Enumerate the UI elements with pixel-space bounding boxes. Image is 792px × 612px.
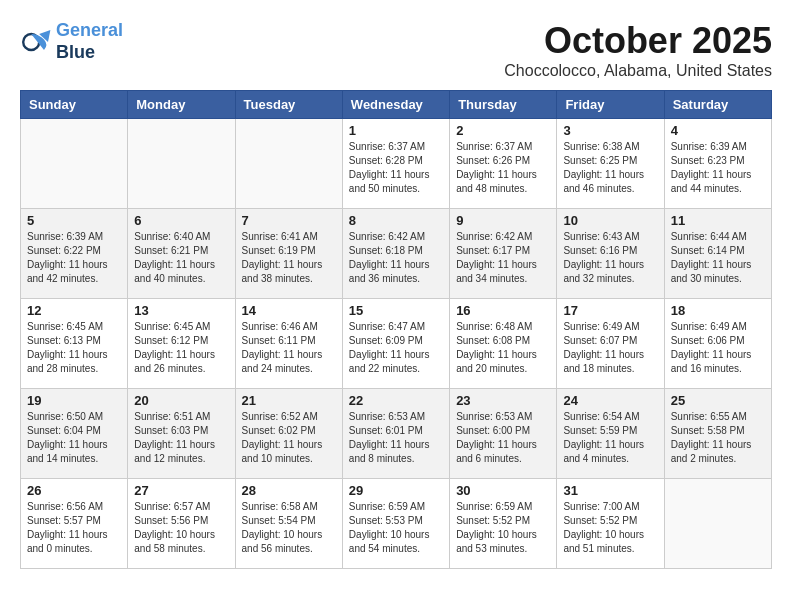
day-number: 25 bbox=[671, 393, 765, 408]
day-number: 14 bbox=[242, 303, 336, 318]
calendar-cell: 4Sunrise: 6:39 AM Sunset: 6:23 PM Daylig… bbox=[664, 119, 771, 209]
day-info: Sunrise: 6:41 AM Sunset: 6:19 PM Dayligh… bbox=[242, 230, 336, 286]
calendar-week-row: 1Sunrise: 6:37 AM Sunset: 6:28 PM Daylig… bbox=[21, 119, 772, 209]
day-info: Sunrise: 6:46 AM Sunset: 6:11 PM Dayligh… bbox=[242, 320, 336, 376]
day-number: 27 bbox=[134, 483, 228, 498]
title-block: October 2025 Choccolocco, Alabama, Unite… bbox=[504, 20, 772, 80]
day-info: Sunrise: 6:56 AM Sunset: 5:57 PM Dayligh… bbox=[27, 500, 121, 556]
day-info: Sunrise: 6:57 AM Sunset: 5:56 PM Dayligh… bbox=[134, 500, 228, 556]
day-number: 1 bbox=[349, 123, 443, 138]
calendar-week-row: 5Sunrise: 6:39 AM Sunset: 6:22 PM Daylig… bbox=[21, 209, 772, 299]
day-number: 30 bbox=[456, 483, 550, 498]
day-info: Sunrise: 6:45 AM Sunset: 6:12 PM Dayligh… bbox=[134, 320, 228, 376]
day-number: 21 bbox=[242, 393, 336, 408]
calendar-cell: 21Sunrise: 6:52 AM Sunset: 6:02 PM Dayli… bbox=[235, 389, 342, 479]
day-info: Sunrise: 6:42 AM Sunset: 6:17 PM Dayligh… bbox=[456, 230, 550, 286]
day-info: Sunrise: 7:00 AM Sunset: 5:52 PM Dayligh… bbox=[563, 500, 657, 556]
calendar-cell: 24Sunrise: 6:54 AM Sunset: 5:59 PM Dayli… bbox=[557, 389, 664, 479]
weekday-header: Saturday bbox=[664, 91, 771, 119]
day-info: Sunrise: 6:49 AM Sunset: 6:07 PM Dayligh… bbox=[563, 320, 657, 376]
day-info: Sunrise: 6:39 AM Sunset: 6:23 PM Dayligh… bbox=[671, 140, 765, 196]
day-info: Sunrise: 6:55 AM Sunset: 5:58 PM Dayligh… bbox=[671, 410, 765, 466]
day-number: 12 bbox=[27, 303, 121, 318]
calendar-cell: 13Sunrise: 6:45 AM Sunset: 6:12 PM Dayli… bbox=[128, 299, 235, 389]
day-number: 18 bbox=[671, 303, 765, 318]
calendar-cell: 8Sunrise: 6:42 AM Sunset: 6:18 PM Daylig… bbox=[342, 209, 449, 299]
calendar-cell bbox=[664, 479, 771, 569]
day-info: Sunrise: 6:51 AM Sunset: 6:03 PM Dayligh… bbox=[134, 410, 228, 466]
day-number: 11 bbox=[671, 213, 765, 228]
day-number: 3 bbox=[563, 123, 657, 138]
day-number: 2 bbox=[456, 123, 550, 138]
day-number: 19 bbox=[27, 393, 121, 408]
calendar-cell: 19Sunrise: 6:50 AM Sunset: 6:04 PM Dayli… bbox=[21, 389, 128, 479]
day-number: 17 bbox=[563, 303, 657, 318]
calendar-cell: 16Sunrise: 6:48 AM Sunset: 6:08 PM Dayli… bbox=[450, 299, 557, 389]
day-number: 5 bbox=[27, 213, 121, 228]
calendar-cell: 7Sunrise: 6:41 AM Sunset: 6:19 PM Daylig… bbox=[235, 209, 342, 299]
day-info: Sunrise: 6:53 AM Sunset: 6:01 PM Dayligh… bbox=[349, 410, 443, 466]
weekday-header: Monday bbox=[128, 91, 235, 119]
calendar-table: SundayMondayTuesdayWednesdayThursdayFrid… bbox=[20, 90, 772, 569]
calendar-cell: 20Sunrise: 6:51 AM Sunset: 6:03 PM Dayli… bbox=[128, 389, 235, 479]
weekday-header-row: SundayMondayTuesdayWednesdayThursdayFrid… bbox=[21, 91, 772, 119]
day-info: Sunrise: 6:53 AM Sunset: 6:00 PM Dayligh… bbox=[456, 410, 550, 466]
day-info: Sunrise: 6:37 AM Sunset: 6:28 PM Dayligh… bbox=[349, 140, 443, 196]
logo-text: GeneralBlue bbox=[56, 20, 123, 63]
calendar-week-row: 26Sunrise: 6:56 AM Sunset: 5:57 PM Dayli… bbox=[21, 479, 772, 569]
day-number: 26 bbox=[27, 483, 121, 498]
day-number: 6 bbox=[134, 213, 228, 228]
calendar-cell bbox=[235, 119, 342, 209]
day-number: 23 bbox=[456, 393, 550, 408]
calendar-week-row: 12Sunrise: 6:45 AM Sunset: 6:13 PM Dayli… bbox=[21, 299, 772, 389]
day-info: Sunrise: 6:48 AM Sunset: 6:08 PM Dayligh… bbox=[456, 320, 550, 376]
day-info: Sunrise: 6:40 AM Sunset: 6:21 PM Dayligh… bbox=[134, 230, 228, 286]
calendar-cell bbox=[21, 119, 128, 209]
calendar-cell: 25Sunrise: 6:55 AM Sunset: 5:58 PM Dayli… bbox=[664, 389, 771, 479]
day-info: Sunrise: 6:52 AM Sunset: 6:02 PM Dayligh… bbox=[242, 410, 336, 466]
calendar-cell: 9Sunrise: 6:42 AM Sunset: 6:17 PM Daylig… bbox=[450, 209, 557, 299]
day-info: Sunrise: 6:54 AM Sunset: 5:59 PM Dayligh… bbox=[563, 410, 657, 466]
weekday-header: Friday bbox=[557, 91, 664, 119]
day-number: 15 bbox=[349, 303, 443, 318]
logo: GeneralBlue bbox=[20, 20, 123, 63]
calendar-cell bbox=[128, 119, 235, 209]
day-number: 28 bbox=[242, 483, 336, 498]
calendar-cell: 14Sunrise: 6:46 AM Sunset: 6:11 PM Dayli… bbox=[235, 299, 342, 389]
calendar-cell: 18Sunrise: 6:49 AM Sunset: 6:06 PM Dayli… bbox=[664, 299, 771, 389]
day-info: Sunrise: 6:44 AM Sunset: 6:14 PM Dayligh… bbox=[671, 230, 765, 286]
day-number: 7 bbox=[242, 213, 336, 228]
calendar-cell: 28Sunrise: 6:58 AM Sunset: 5:54 PM Dayli… bbox=[235, 479, 342, 569]
calendar-cell: 5Sunrise: 6:39 AM Sunset: 6:22 PM Daylig… bbox=[21, 209, 128, 299]
weekday-header: Sunday bbox=[21, 91, 128, 119]
day-info: Sunrise: 6:42 AM Sunset: 6:18 PM Dayligh… bbox=[349, 230, 443, 286]
calendar-cell: 1Sunrise: 6:37 AM Sunset: 6:28 PM Daylig… bbox=[342, 119, 449, 209]
day-info: Sunrise: 6:59 AM Sunset: 5:52 PM Dayligh… bbox=[456, 500, 550, 556]
day-number: 29 bbox=[349, 483, 443, 498]
day-info: Sunrise: 6:39 AM Sunset: 6:22 PM Dayligh… bbox=[27, 230, 121, 286]
calendar-cell: 12Sunrise: 6:45 AM Sunset: 6:13 PM Dayli… bbox=[21, 299, 128, 389]
day-info: Sunrise: 6:50 AM Sunset: 6:04 PM Dayligh… bbox=[27, 410, 121, 466]
day-number: 20 bbox=[134, 393, 228, 408]
calendar-cell: 17Sunrise: 6:49 AM Sunset: 6:07 PM Dayli… bbox=[557, 299, 664, 389]
calendar-cell: 6Sunrise: 6:40 AM Sunset: 6:21 PM Daylig… bbox=[128, 209, 235, 299]
calendar-cell: 11Sunrise: 6:44 AM Sunset: 6:14 PM Dayli… bbox=[664, 209, 771, 299]
day-info: Sunrise: 6:43 AM Sunset: 6:16 PM Dayligh… bbox=[563, 230, 657, 286]
day-number: 22 bbox=[349, 393, 443, 408]
day-info: Sunrise: 6:49 AM Sunset: 6:06 PM Dayligh… bbox=[671, 320, 765, 376]
day-info: Sunrise: 6:45 AM Sunset: 6:13 PM Dayligh… bbox=[27, 320, 121, 376]
day-info: Sunrise: 6:47 AM Sunset: 6:09 PM Dayligh… bbox=[349, 320, 443, 376]
day-number: 31 bbox=[563, 483, 657, 498]
day-number: 8 bbox=[349, 213, 443, 228]
calendar-week-row: 19Sunrise: 6:50 AM Sunset: 6:04 PM Dayli… bbox=[21, 389, 772, 479]
day-number: 24 bbox=[563, 393, 657, 408]
day-info: Sunrise: 6:38 AM Sunset: 6:25 PM Dayligh… bbox=[563, 140, 657, 196]
location-title: Choccolocco, Alabama, United States bbox=[504, 62, 772, 80]
day-info: Sunrise: 6:37 AM Sunset: 6:26 PM Dayligh… bbox=[456, 140, 550, 196]
weekday-header: Wednesday bbox=[342, 91, 449, 119]
day-number: 4 bbox=[671, 123, 765, 138]
calendar-cell: 3Sunrise: 6:38 AM Sunset: 6:25 PM Daylig… bbox=[557, 119, 664, 209]
calendar-cell: 27Sunrise: 6:57 AM Sunset: 5:56 PM Dayli… bbox=[128, 479, 235, 569]
calendar-cell: 31Sunrise: 7:00 AM Sunset: 5:52 PM Dayli… bbox=[557, 479, 664, 569]
page-header: GeneralBlue October 2025 Choccolocco, Al… bbox=[20, 20, 772, 80]
